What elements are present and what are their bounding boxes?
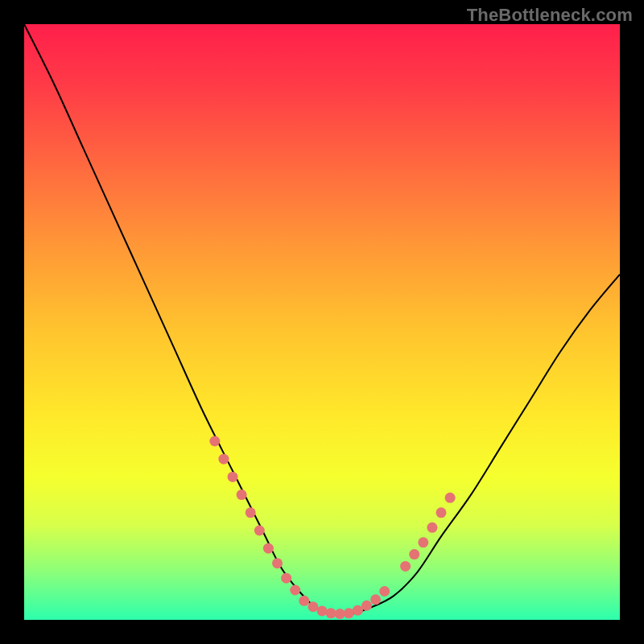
- curve-marker: [445, 493, 456, 503]
- curve-marker: [228, 472, 238, 482]
- bottleneck-curve-svg: [24, 24, 620, 620]
- curve-marker: [290, 585, 300, 596]
- curve-marker: [361, 601, 372, 611]
- curve-marker: [379, 586, 390, 597]
- curve-marker: [326, 608, 336, 618]
- watermark-label: TheBottleneck.com: [467, 5, 633, 26]
- curve-marker: [436, 507, 447, 518]
- bottleneck-curve-path: [24, 24, 620, 615]
- curve-marker: [335, 609, 345, 619]
- curve-marker: [272, 558, 283, 568]
- curve-marker: [370, 594, 381, 605]
- curve-marker: [263, 543, 274, 554]
- curve-marker: [299, 596, 309, 606]
- curve-marker: [409, 549, 419, 559]
- curve-marker: [317, 605, 328, 616]
- curve-marker-group: [209, 436, 455, 620]
- curve-marker: [308, 601, 318, 612]
- curve-marker: [218, 454, 229, 464]
- curve-marker: [237, 489, 247, 500]
- curve-marker: [418, 537, 428, 547]
- curve-marker: [353, 605, 363, 616]
- curve-marker: [246, 507, 256, 518]
- curve-marker: [427, 522, 437, 533]
- curve-marker: [254, 526, 265, 536]
- curve-marker: [209, 436, 220, 447]
- curve-marker: [281, 573, 291, 584]
- curve-marker: [344, 608, 354, 618]
- curve-marker: [400, 561, 411, 572]
